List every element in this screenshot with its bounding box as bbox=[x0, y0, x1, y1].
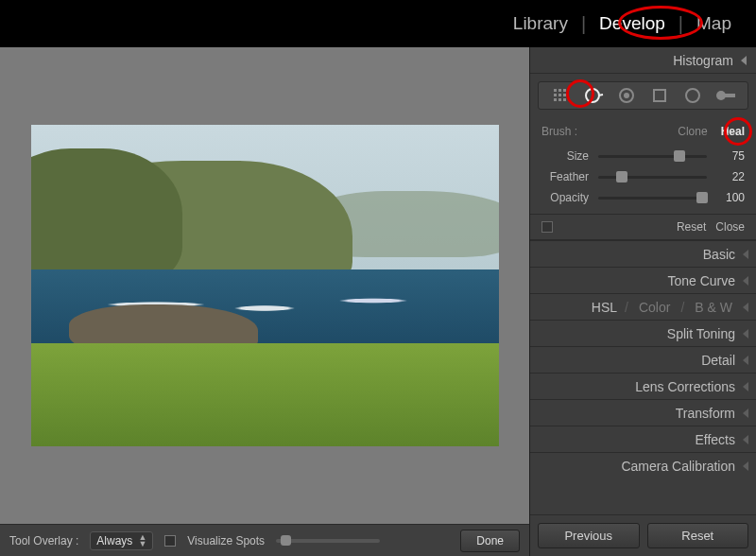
panel-segment[interactable]: B & W bbox=[695, 300, 732, 315]
collapse-triangle-icon bbox=[743, 276, 748, 286]
panel-footer: Previous Reset bbox=[530, 514, 756, 556]
panel-header[interactable]: Effects bbox=[530, 426, 756, 452]
tab-map[interactable]: Map bbox=[689, 9, 739, 38]
collapse-triangle-icon bbox=[741, 56, 747, 65]
collapse-triangle-icon bbox=[743, 250, 748, 259]
brush-mode-heal[interactable]: Heal bbox=[721, 125, 745, 138]
panel-label: Lens Corrections bbox=[635, 379, 735, 394]
svg-rect-1 bbox=[558, 89, 561, 92]
opacity-track[interactable] bbox=[598, 197, 707, 200]
tool-overlay-dropdown[interactable]: Always ▲▼ bbox=[90, 531, 153, 550]
separator: / bbox=[625, 300, 628, 315]
collapse-triangle-icon bbox=[743, 329, 748, 339]
panel-header[interactable]: Lens Corrections bbox=[530, 373, 756, 399]
svg-point-9 bbox=[586, 89, 599, 102]
brush-sliders: Size 75 Feather 22 Opacity 100 bbox=[530, 146, 756, 214]
brush-mode-clone[interactable]: Clone bbox=[678, 125, 707, 138]
slider-feather: Feather 22 bbox=[541, 166, 745, 187]
size-track[interactable] bbox=[598, 155, 707, 158]
panel-label: Basic bbox=[703, 247, 735, 262]
feather-label: Feather bbox=[541, 170, 589, 183]
svg-point-14 bbox=[716, 91, 726, 100]
adjustment-brush-icon[interactable] bbox=[714, 84, 737, 107]
panel-header[interactable]: Tone Curve bbox=[530, 267, 756, 293]
panel-label: Effects bbox=[695, 432, 735, 447]
bottom-toolbar: Tool Overlay : Always ▲▼ Visualize Spots… bbox=[0, 524, 529, 556]
panel-segment[interactable]: HSL bbox=[592, 300, 617, 315]
panel-header[interactable]: HSL / Color / B & W bbox=[530, 293, 756, 320]
svg-rect-5 bbox=[563, 94, 566, 96]
right-panel: Histogram bbox=[529, 47, 756, 556]
visualize-spots-checkbox[interactable] bbox=[164, 535, 176, 547]
svg-rect-4 bbox=[558, 94, 561, 96]
main: Tool Overlay : Always ▲▼ Visualize Spots… bbox=[0, 47, 756, 556]
size-value: 75 bbox=[716, 149, 745, 163]
opacity-label: Opacity bbox=[541, 191, 589, 204]
collapse-triangle-icon bbox=[743, 356, 748, 365]
slider-opacity: Opacity 100 bbox=[541, 187, 745, 208]
spot-removal-icon[interactable] bbox=[582, 84, 605, 107]
canvas-area: Tool Overlay : Always ▲▼ Visualize Spots… bbox=[0, 47, 529, 556]
opacity-value: 100 bbox=[716, 191, 745, 204]
module-tabs: Library | Develop | Map bbox=[0, 0, 756, 47]
reset-button[interactable]: Reset bbox=[647, 523, 749, 548]
svg-rect-3 bbox=[554, 94, 557, 96]
svg-rect-15 bbox=[725, 94, 735, 97]
panel-label: Tone Curve bbox=[667, 273, 735, 288]
panel-label: Split Toning bbox=[667, 326, 735, 341]
svg-rect-12 bbox=[654, 90, 665, 101]
visualize-spots-slider[interactable] bbox=[276, 539, 380, 543]
separator: / bbox=[680, 300, 684, 315]
svg-rect-7 bbox=[558, 98, 561, 101]
slider-size: Size 75 bbox=[541, 146, 745, 166]
svg-rect-6 bbox=[554, 98, 557, 101]
done-button[interactable]: Done bbox=[460, 530, 520, 552]
brush-mode-row: Brush : Clone Heal bbox=[530, 113, 756, 146]
collapse-triangle-icon bbox=[743, 382, 748, 391]
brush-reset[interactable]: Reset bbox=[677, 220, 706, 234]
brush-label: Brush : bbox=[541, 125, 577, 138]
tool-overlay-value: Always bbox=[96, 534, 132, 547]
svg-rect-8 bbox=[563, 98, 566, 101]
collapse-triangle-icon bbox=[743, 461, 748, 471]
image-viewport[interactable] bbox=[0, 47, 529, 524]
radial-filter-icon[interactable] bbox=[681, 84, 704, 107]
crop-icon[interactable] bbox=[549, 84, 572, 107]
tab-develop[interactable]: Develop bbox=[592, 9, 673, 38]
brush-reset-row: Reset Close bbox=[530, 214, 756, 240]
svg-rect-2 bbox=[563, 89, 566, 92]
histogram-label: Histogram bbox=[673, 53, 733, 68]
panel-segment[interactable]: Color bbox=[639, 300, 670, 315]
panel-header[interactable]: Detail bbox=[530, 346, 756, 373]
tool-strip bbox=[538, 81, 748, 110]
panel-header[interactable]: Camera Calibration bbox=[530, 452, 756, 478]
collapse-triangle-icon bbox=[743, 303, 748, 312]
feather-value: 22 bbox=[716, 170, 745, 183]
tab-library[interactable]: Library bbox=[506, 9, 576, 38]
develop-panels: BasicTone CurveHSL / Color / B & WSplit … bbox=[530, 240, 756, 478]
panel-label: Detail bbox=[701, 353, 735, 368]
panel-header[interactable]: Basic bbox=[530, 240, 756, 267]
svg-rect-0 bbox=[554, 89, 557, 92]
svg-point-11 bbox=[624, 93, 629, 98]
feather-track[interactable] bbox=[598, 176, 707, 179]
tool-overlay-label: Tool Overlay : bbox=[9, 534, 78, 547]
panel-header[interactable]: Transform bbox=[530, 399, 756, 426]
toggle-switch[interactable] bbox=[541, 221, 553, 233]
updown-icon: ▲▼ bbox=[138, 534, 146, 547]
visualize-spots-label: Visualize Spots bbox=[187, 534, 265, 547]
size-label: Size bbox=[541, 149, 589, 163]
redeye-icon[interactable] bbox=[615, 84, 638, 107]
svg-point-13 bbox=[686, 89, 699, 102]
app-root: Library | Develop | Map Tool O bbox=[0, 0, 756, 556]
graduated-filter-icon[interactable] bbox=[648, 84, 671, 107]
tab-separator: | bbox=[679, 13, 683, 35]
panel-header[interactable]: Split Toning bbox=[530, 320, 756, 346]
previous-button[interactable]: Previous bbox=[538, 523, 640, 548]
brush-close[interactable]: Close bbox=[715, 220, 745, 234]
tab-separator: | bbox=[581, 13, 586, 35]
histogram-header[interactable]: Histogram bbox=[530, 47, 756, 74]
collapse-triangle-icon bbox=[743, 435, 748, 444]
photo bbox=[31, 125, 499, 446]
collapse-triangle-icon bbox=[743, 408, 748, 418]
